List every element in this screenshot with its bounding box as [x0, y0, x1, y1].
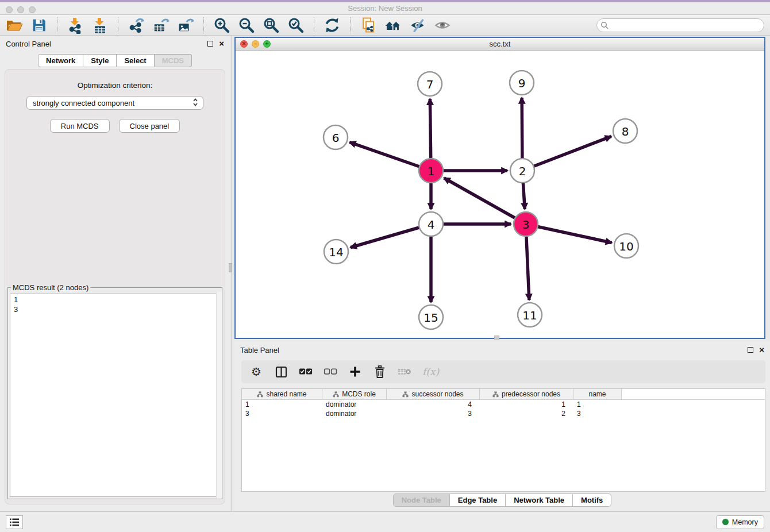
tab-style[interactable]: Style	[83, 54, 117, 67]
split-view-icon[interactable]	[274, 365, 288, 379]
float-panel-icon[interactable]	[207, 41, 213, 47]
table-toolbar: ⚙ f(x)	[241, 360, 765, 383]
memory-button[interactable]: Memory	[716, 515, 764, 529]
node-2[interactable]: 2	[510, 159, 534, 183]
tab-select[interactable]: Select	[117, 54, 154, 67]
column-header-mcds-role[interactable]: MCDS role	[322, 389, 387, 399]
column-header-successor-nodes[interactable]: successor nodes	[387, 389, 480, 399]
function-builder-icon: f(x)	[422, 365, 439, 379]
close-network-icon[interactable]: ✕	[240, 40, 248, 48]
zoom-selected-icon[interactable]	[287, 17, 305, 34]
show-items-icon[interactable]	[434, 17, 451, 34]
list-icon	[9, 518, 20, 527]
tab-node-table[interactable]: Node Table	[393, 494, 450, 507]
search-box[interactable]	[596, 18, 764, 32]
node-1[interactable]: 1	[419, 159, 443, 183]
add-column-icon[interactable]	[348, 365, 362, 379]
import-table-icon[interactable]	[91, 17, 109, 34]
edge-1-6[interactable]	[350, 142, 431, 171]
network-window-titlebar[interactable]: ✕ – + scc.txt	[236, 38, 764, 51]
close-window-icon[interactable]	[6, 6, 13, 13]
toolbar-separator	[314, 17, 314, 33]
minimize-network-icon[interactable]: –	[252, 40, 259, 48]
export-network-icon[interactable]	[128, 17, 145, 34]
table-row[interactable]: 3dominator323	[242, 409, 765, 418]
save-icon[interactable]	[30, 17, 48, 34]
minimize-window-icon[interactable]	[17, 6, 24, 13]
export-image-icon[interactable]	[177, 17, 194, 34]
column-header-shared-name[interactable]: shared name	[242, 389, 322, 399]
tab-network[interactable]: Network	[38, 54, 83, 67]
zoom-fit-icon[interactable]	[263, 17, 280, 34]
mcds-result-group: MCDS result (2 nodes) 1 3	[7, 283, 222, 499]
mcds-result-text[interactable]: 1 3	[10, 294, 220, 497]
home-icon[interactable]	[384, 17, 402, 34]
cell-successor-nodes: 3	[387, 409, 480, 418]
attribute-tree-icon	[333, 391, 339, 398]
settings-gear-icon[interactable]: ⚙	[249, 365, 263, 379]
svg-text:4: 4	[428, 218, 435, 232]
memory-label: Memory	[732, 518, 758, 526]
maximize-network-icon[interactable]: +	[263, 40, 271, 48]
node-7[interactable]: 7	[418, 72, 442, 96]
app-titlebar[interactable]: Session: New Session	[0, 0, 770, 15]
search-input[interactable]	[596, 18, 764, 32]
deselect-all-checks-icon[interactable]	[324, 365, 337, 379]
node-9[interactable]: 9	[510, 71, 534, 95]
network-canvas[interactable]: 7968124310141511	[236, 51, 764, 338]
select-all-checks-icon[interactable]	[299, 365, 313, 379]
table-row[interactable]: 1dominator411	[242, 400, 765, 409]
node-6[interactable]: 6	[324, 125, 348, 149]
open-icon[interactable]	[6, 17, 23, 34]
toolbar-separator	[57, 17, 57, 33]
hide-items-icon[interactable]	[409, 17, 426, 34]
node-4[interactable]: 4	[419, 212, 443, 236]
criterion-dropdown[interactable]: strongly connected component	[26, 96, 203, 110]
tab-mcds[interactable]: MCDS	[155, 54, 192, 67]
svg-text:8: 8	[622, 125, 629, 138]
zoom-window-icon[interactable]	[29, 6, 36, 13]
toolbar-separator	[118, 17, 118, 33]
result-scrollbar[interactable]	[216, 292, 222, 499]
import-network-icon[interactable]	[67, 17, 84, 34]
node-10[interactable]: 10	[614, 234, 638, 258]
svg-text:9: 9	[518, 76, 526, 90]
node-8[interactable]: 8	[613, 119, 637, 143]
edge-2-8[interactable]	[522, 136, 611, 171]
horizontal-splitter-handle[interactable]	[494, 336, 499, 340]
column-header-predecessor-nodes[interactable]: predecessor nodes	[480, 389, 573, 399]
vertical-splitter-handle[interactable]	[229, 263, 232, 272]
edge-3-10[interactable]	[526, 224, 612, 242]
mcds-result-title: MCDS result (2 nodes)	[11, 283, 90, 292]
node-14[interactable]: 14	[324, 240, 348, 264]
cell-predecessor-nodes: 2	[480, 409, 573, 418]
node-3[interactable]: 3	[514, 212, 538, 236]
edge-3-1[interactable]	[444, 178, 526, 224]
zoom-in-icon[interactable]	[213, 17, 230, 34]
svg-text:1: 1	[428, 164, 435, 178]
delete-columns-trash-icon[interactable]	[373, 365, 387, 379]
tab-edge-table[interactable]: Edge Table	[450, 494, 506, 507]
svg-text:15: 15	[424, 311, 438, 325]
node-15[interactable]: 15	[419, 305, 443, 329]
close-panel-icon[interactable]: ×	[219, 41, 224, 47]
optimization-criterion-label: Optimization criterion:	[5, 81, 225, 90]
refresh-icon[interactable]	[324, 17, 341, 34]
duplicate-network-icon[interactable]	[360, 17, 377, 34]
attribute-tree-icon	[402, 391, 409, 398]
export-table-icon[interactable]	[152, 17, 170, 34]
column-header-name[interactable]: name	[573, 389, 622, 399]
cell-name: 1	[573, 400, 622, 409]
task-history-button[interactable]	[6, 515, 23, 529]
close-panel-button[interactable]: Close panel	[119, 119, 180, 133]
window-controls[interactable]	[6, 6, 36, 13]
float-table-panel-icon[interactable]	[748, 347, 753, 353]
tab-network-table[interactable]: Network Table	[506, 494, 573, 507]
tab-motifs[interactable]: Motifs	[573, 494, 611, 507]
run-mcds-button[interactable]: Run MCDS	[50, 119, 110, 133]
close-table-panel-icon[interactable]: ×	[759, 347, 764, 353]
network-view-window: ✕ – + scc.txt 7968124310141511	[234, 37, 765, 339]
node-11[interactable]: 11	[518, 303, 542, 327]
zoom-out-icon[interactable]	[238, 17, 255, 34]
mcds-panel: Optimization criterion: strongly connect…	[5, 69, 225, 504]
